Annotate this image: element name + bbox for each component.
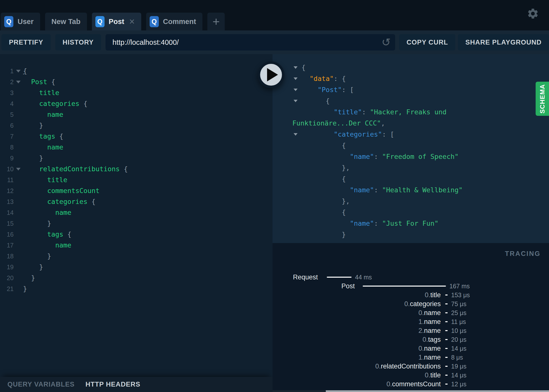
code-token: title: [23, 176, 67, 184]
tracing-panel-toggle[interactable]: TRACING: [505, 250, 541, 258]
code-token: {: [23, 67, 27, 75]
result-line: "name": "Freedom of Speech": [273, 151, 549, 162]
code-text: relatedContributions {: [23, 164, 128, 174]
code-line: 11 title: [0, 174, 273, 185]
collapse-arrow-icon[interactable]: [294, 66, 298, 69]
code-token: relatedContributions: [23, 165, 120, 173]
trace-label: 0.name: [273, 309, 441, 317]
trace-row: 0.commentsCount12 μs: [273, 380, 549, 389]
collapse-arrow-icon[interactable]: [294, 89, 298, 91]
code-token: "categories": [334, 130, 382, 138]
tracing-panel: TRACING Request44 msPost167 ms0.title153…: [273, 243, 549, 392]
trace-label-prefix: 0.: [422, 336, 428, 343]
tab-new-tab[interactable]: New Tab: [45, 13, 87, 30]
code-token: Post: [23, 78, 47, 86]
code-token: categories: [23, 100, 80, 107]
code-line: 14 name: [0, 207, 273, 218]
code-token: [302, 220, 350, 227]
play-icon: [267, 68, 278, 81]
trace-bar: [445, 348, 448, 349]
code-line: 8 name: [0, 142, 273, 153]
tab-comment[interactable]: Q Comment: [146, 13, 203, 30]
collapse-arrow-icon[interactable]: [294, 133, 298, 136]
trace-duration: 14 μs: [451, 372, 467, 379]
trace-bar: [445, 303, 448, 304]
code-line: 15 }: [0, 218, 273, 229]
trace-label: 0.categories: [273, 300, 441, 308]
trace-label: 0.tags: [273, 336, 441, 343]
fold-arrow-icon[interactable]: [14, 168, 23, 171]
close-tab-icon[interactable]: ×: [129, 17, 135, 26]
trace-label: 0.name: [273, 345, 441, 352]
code-text: title: [23, 87, 59, 98]
code-token: name: [23, 111, 63, 118]
trace-label-name: title: [430, 291, 441, 299]
code-token: {: [302, 97, 330, 105]
line-number: 4: [0, 100, 14, 107]
trace-label-name: relatedContributions: [381, 363, 441, 370]
horizontal-scrollbar-thumb[interactable]: [326, 390, 549, 392]
prettify-button[interactable]: PRETTIFY: [1, 34, 51, 50]
endpoint-url-wrap: ↺: [106, 34, 395, 50]
code-text: {: [23, 66, 27, 76]
fold-arrow-icon[interactable]: [14, 70, 23, 73]
code-text: Post {: [23, 76, 55, 87]
result-text: },: [302, 196, 350, 207]
code-token: },: [302, 164, 350, 172]
code-line: 12 commentsCount: [0, 185, 273, 196]
trace-label: 0.title: [273, 291, 441, 299]
trace-label-name: name: [424, 345, 441, 352]
tab-post[interactable]: Q Post ×: [92, 13, 141, 30]
code-token: "Post": [318, 86, 342, 94]
code-token: {: [302, 208, 346, 216]
trace-label-prefix: 0.: [404, 300, 410, 308]
share-playground-button[interactable]: SHARE PLAYGROUND: [458, 34, 549, 50]
trace-label-name: name: [424, 327, 441, 334]
trace-duration: 14 μs: [451, 345, 467, 352]
triangle-glyph: [294, 89, 298, 91]
code-token: {: [302, 64, 305, 71]
triangle-glyph: [294, 77, 298, 80]
result-text: }: [302, 229, 346, 240]
settings-gear-icon[interactable]: [527, 7, 539, 20]
code-line: 19 }: [0, 262, 273, 272]
schema-tab[interactable]: SCHEMA: [536, 82, 549, 116]
trace-bar: [445, 339, 448, 340]
line-number: 8: [0, 144, 14, 151]
code-token: }: [23, 274, 35, 282]
result-line: {: [273, 207, 549, 218]
collapse-arrow-icon[interactable]: [294, 100, 298, 102]
code-token: "name": [350, 153, 374, 160]
trace-label-name: commentsCount: [392, 380, 441, 388]
code-token: tags: [23, 132, 55, 140]
editor-bottom-bar: QUERY VARIABLES HTTP HEADERS: [0, 377, 273, 392]
code-text: tags {: [23, 229, 71, 240]
trace-bar: [327, 277, 352, 278]
collapse-arrow-icon[interactable]: [294, 77, 298, 80]
line-number: 15: [0, 220, 14, 227]
execute-query-button[interactable]: [258, 61, 284, 88]
http-headers-tab[interactable]: HTTP HEADERS: [85, 381, 140, 388]
code-text: name: [23, 207, 71, 218]
history-button[interactable]: HISTORY: [55, 34, 101, 50]
code-token: }: [302, 231, 346, 238]
trace-bar: [445, 357, 448, 358]
code-token: Funktionäre...Der CCC": [292, 119, 381, 127]
endpoint-url-input[interactable]: [106, 38, 395, 47]
reload-icon[interactable]: ↺: [382, 37, 391, 48]
new-tab-button[interactable]: +: [207, 13, 225, 30]
line-number: 14: [0, 209, 14, 216]
copy-curl-button[interactable]: COPY CURL: [399, 34, 456, 50]
code-line: 21}: [0, 283, 273, 294]
query-editor-lines: 1{2 Post {3 title4 categories {5 name6 }…: [0, 54, 273, 294]
query-editor[interactable]: 1{2 Post {3 title4 categories {5 name6 }…: [0, 54, 273, 377]
result-line: "categories": [: [273, 129, 549, 140]
code-token: "name": [350, 186, 374, 194]
query-variables-tab[interactable]: QUERY VARIABLES: [7, 381, 75, 388]
code-token: commentsCount: [23, 187, 100, 195]
code-text: name: [23, 240, 71, 251]
trace-label-name: Request: [293, 273, 318, 281]
trace-label-prefix: 0.: [425, 291, 430, 299]
tab-user[interactable]: Q User: [1, 13, 40, 30]
fold-arrow-icon[interactable]: [14, 81, 23, 83]
